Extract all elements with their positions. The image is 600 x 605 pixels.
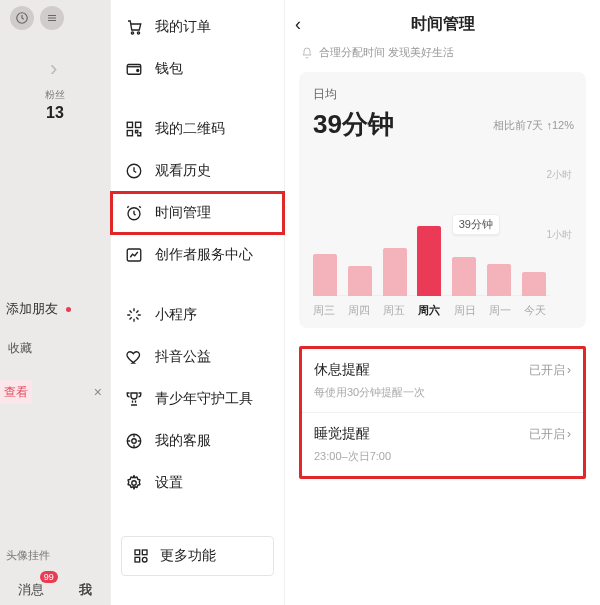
svg-point-17 (142, 557, 147, 562)
messages-label: 消息 (18, 582, 44, 597)
drawer-menu: 我的订单钱包我的二维码观看历史时间管理创作者服务中心小程序抖音公益青少年守护工具… (110, 0, 285, 605)
gear-icon (125, 474, 143, 492)
chart-x-label: 周六 (418, 303, 440, 318)
usage-chart: 2小时 1小时 39分钟 周三周四周五周六周日周一今天 (313, 168, 572, 318)
menu-item-heart[interactable]: 抖音公益 (111, 336, 284, 378)
svg-rect-7 (127, 131, 132, 136)
more-functions-button[interactable]: 更多功能 (121, 536, 274, 576)
menu-item-spark[interactable]: 小程序 (111, 294, 284, 336)
page-title: 时间管理 (299, 14, 586, 35)
add-friend-label: 添加朋友 (6, 301, 58, 316)
trophy-icon (125, 390, 143, 408)
chart-bar[interactable] (487, 264, 511, 296)
menu-item-label: 观看历史 (155, 162, 211, 180)
back-chevron-icon[interactable]: ‹ (295, 14, 301, 35)
reminder-status: 已开启 › (529, 362, 571, 379)
menu-pill-icon[interactable] (40, 6, 64, 30)
bell-icon (301, 47, 313, 59)
svg-rect-16 (135, 557, 140, 562)
menu-item-label: 创作者服务中心 (155, 246, 253, 264)
close-icon[interactable]: × (94, 384, 102, 400)
svg-point-13 (132, 481, 137, 486)
bottom-tab-messages[interactable]: 消息 99 (18, 581, 44, 599)
menu-item-cart[interactable]: 我的订单 (111, 6, 284, 48)
avg-label: 日均 (313, 86, 572, 103)
reminder-desc: 23:00–次日7:00 (314, 449, 571, 464)
clock-pill-icon[interactable] (10, 6, 34, 30)
y-mark-1h: 1小时 (546, 228, 572, 242)
svg-rect-15 (142, 550, 147, 555)
chart-icon (125, 246, 143, 264)
reminder-item[interactable]: 休息提醒已开启 ›每使用30分钟提醒一次 (302, 349, 583, 412)
menu-item-label: 抖音公益 (155, 348, 211, 366)
reminder-title: 睡觉提醒 (314, 425, 370, 443)
chevron-right-icon: › (50, 56, 57, 82)
fans-count[interactable]: 13 (0, 104, 110, 122)
menu-item-chart[interactable]: 创作者服务中心 (111, 234, 284, 276)
menu-item-wallet[interactable]: 钱包 (111, 48, 284, 90)
delta-text: 相比前7天 ↑12% (493, 118, 574, 133)
menu-item-label: 钱包 (155, 60, 183, 78)
avatar-pendant-label[interactable]: 头像挂件 (6, 548, 50, 563)
add-friend-row[interactable]: 添加朋友 (0, 300, 110, 318)
reminder-item[interactable]: 睡觉提醒已开启 ›23:00–次日7:00 (302, 412, 583, 476)
chevron-right-icon: › (567, 363, 571, 377)
alarm-icon (125, 204, 143, 222)
svg-rect-14 (135, 550, 140, 555)
chart-x-label: 周四 (348, 303, 370, 318)
bottom-tab-me[interactable]: 我 (79, 581, 92, 599)
grid-icon (132, 547, 150, 565)
fans-label: 粉丝 (0, 88, 110, 102)
more-functions-label: 更多功能 (160, 547, 216, 565)
chevron-right-icon: › (567, 427, 571, 441)
menu-item-label: 我的二维码 (155, 120, 225, 138)
chart-x-label: 周日 (454, 303, 476, 318)
spark-icon (125, 306, 143, 324)
menu-item-alarm[interactable]: 时间管理 (111, 192, 284, 234)
time-management-page: ‹ 时间管理 合理分配时间 发现美好生活 日均 39分钟 相比前7天 ↑12% … (285, 0, 600, 605)
heart-icon (125, 348, 143, 366)
qr-icon (125, 120, 143, 138)
usage-card: 日均 39分钟 相比前7天 ↑12% 2小时 1小时 39分钟 周三周四周五周六… (299, 72, 586, 328)
chart-x-label: 周一 (489, 303, 511, 318)
chart-bar[interactable] (452, 257, 476, 296)
chart-x-label: 周三 (313, 303, 335, 318)
chart-bar[interactable] (383, 248, 407, 296)
menu-item-label: 我的订单 (155, 18, 211, 36)
profile-tabs: 收藏 (0, 340, 110, 357)
reminder-title: 休息提醒 (314, 361, 370, 379)
reminders-section: 休息提醒已开启 ›每使用30分钟提醒一次睡觉提醒已开启 ›23:00–次日7:0… (299, 346, 586, 479)
menu-item-gear[interactable]: 设置 (111, 462, 284, 504)
cart-icon (125, 18, 143, 36)
svg-point-4 (137, 70, 139, 72)
menu-item-label: 设置 (155, 474, 183, 492)
svg-point-2 (137, 32, 139, 34)
chart-x-label: 周五 (383, 303, 405, 318)
reminder-status: 已开启 › (529, 426, 571, 443)
menu-item-trophy[interactable]: 青少年守护工具 (111, 378, 284, 420)
chart-bar[interactable] (313, 254, 337, 296)
menu-item-label: 青少年守护工具 (155, 390, 253, 408)
chart-bar[interactable] (348, 266, 372, 296)
red-dot-icon (66, 307, 71, 312)
menu-item-support[interactable]: 我的客服 (111, 420, 284, 462)
svg-rect-6 (136, 122, 141, 127)
reminder-desc: 每使用30分钟提醒一次 (314, 385, 571, 400)
support-icon (125, 432, 143, 450)
profile-panel: › 粉丝 13 添加朋友 收藏 查看 × 头像挂件 消息 99 我 (0, 0, 110, 605)
menu-item-label: 小程序 (155, 306, 197, 324)
wallet-icon (125, 60, 143, 78)
y-mark-2h: 2小时 (546, 168, 572, 182)
menu-item-qr[interactable]: 我的二维码 (111, 108, 284, 150)
page-subtitle: 合理分配时间 发现美好生活 (319, 45, 454, 60)
history-icon (125, 162, 143, 180)
menu-item-history[interactable]: 观看历史 (111, 150, 284, 192)
chart-bar[interactable] (522, 272, 546, 296)
view-button[interactable]: 查看 (0, 380, 32, 404)
chart-x-label: 今天 (524, 303, 546, 318)
chart-bar[interactable] (417, 226, 441, 296)
svg-point-12 (132, 439, 137, 444)
svg-rect-5 (127, 122, 132, 127)
tab-collect[interactable]: 收藏 (8, 341, 32, 355)
menu-item-label: 时间管理 (155, 204, 211, 222)
